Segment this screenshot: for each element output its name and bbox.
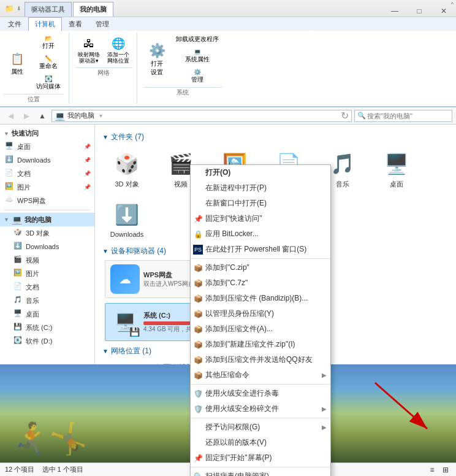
menu-restore-prev[interactable]: 还原以前的版本(V) bbox=[191, 435, 330, 450]
ribbon-btn-sys-props[interactable]: 💻 系统属性 bbox=[173, 47, 222, 66]
up-button[interactable]: ▲ bbox=[36, 109, 49, 123]
menu-open[interactable]: 打开(O) bbox=[191, 165, 330, 180]
menu-pin-start[interactable]: 📌 固定到"开始"屏幕(P) bbox=[191, 450, 330, 466]
sidebar-item-docs-label: 文档 bbox=[17, 169, 31, 178]
sidebar-item-downloads[interactable]: ⬇️ Downloads 📌 bbox=[0, 153, 94, 167]
ribbon-network-buttons: 🖧 映射网络驱动器▾ 🌐 添加一个网络位置 bbox=[75, 33, 132, 66]
sidebar-item-video[interactable]: 🎬 视频 bbox=[0, 253, 94, 267]
refresh-icon[interactable]: ↻ bbox=[341, 110, 349, 121]
menu-grant-label: 授予访问权限(G) bbox=[205, 422, 260, 432]
sidebar-item-3dobjects[interactable]: 🎲 3D 对象 bbox=[0, 226, 94, 240]
menu-grant-access[interactable]: 授予访问权限(G) ▶ bbox=[191, 420, 330, 435]
c-drive-name: 系统 (C:) bbox=[143, 311, 197, 320]
folders-section-header[interactable]: ▼ 文件夹 (7) bbox=[102, 129, 449, 144]
sidebar-item-desktop[interactable]: 🖥️ 桌面 📌 bbox=[0, 140, 94, 153]
manage-label: 管理 bbox=[191, 75, 203, 84]
pin-left-icon: 📌 bbox=[193, 214, 203, 224]
zip-icon4: 📦 bbox=[193, 309, 203, 319]
ribbon-btn-map-drive[interactable]: 🖧 映射网络驱动器▾ bbox=[75, 33, 102, 66]
sidebar-item-pics[interactable]: 🖼️ 图片 bbox=[0, 267, 94, 280]
pin-icon-pictures[interactable]: 📌 bbox=[84, 184, 91, 190]
menu-add-new-zip[interactable]: 📦 添加到"新建压缩文件.zip"(I) bbox=[191, 337, 330, 352]
ribbon-btn-open[interactable]: 📂 打开 bbox=[33, 33, 64, 52]
menu-shred[interactable]: 🛡️ 使用火绒安全粉碎文件 ▶ bbox=[191, 401, 330, 416]
sep2 bbox=[191, 384, 330, 385]
menu-pin-quick[interactable]: 📌 固定到"快速访问" bbox=[191, 211, 330, 226]
address-path: 我的电脑 bbox=[67, 111, 94, 120]
menu-add-czip[interactable]: 📦 添加到"C.zip" bbox=[191, 260, 330, 275]
folder-downloads[interactable]: ⬇️ Downloads bbox=[102, 197, 151, 241]
folder-desktop-icon: 🖥️ bbox=[382, 149, 411, 178]
menu-add-qq[interactable]: 📦 添加到压缩文件并发送给QQ好友 bbox=[191, 352, 330, 367]
view-large-btn[interactable]: ⊞ bbox=[440, 464, 451, 475]
pin-icon-downloads[interactable]: 📌 bbox=[84, 157, 91, 163]
menu-add-archive[interactable]: 📦 添加到压缩文件(A)... bbox=[191, 321, 330, 337]
menu-scan-pcmgr[interactable]: 🔍 扫描病毒(电脑管家) bbox=[191, 469, 330, 476]
tab-my-computer[interactable]: 我的电脑 bbox=[73, 2, 113, 17]
pin-button[interactable]: ^ bbox=[449, 0, 456, 9]
ribbon-tab-view[interactable]: 查看 bbox=[62, 17, 89, 31]
sidebar-item-wps[interactable]: ☁️ WPS网盘 bbox=[0, 194, 94, 207]
ribbon-tab-computer[interactable]: 计算机 bbox=[28, 17, 62, 31]
menu-add-bandizip[interactable]: 📦 添加到压缩文件 (Bandizip)(B)... bbox=[191, 291, 330, 306]
sidebar-video-label: 视频 bbox=[26, 256, 39, 265]
sidebar-item-c-drive[interactable]: 💾 系统 (C:) bbox=[0, 321, 94, 334]
pin-icon-docs[interactable]: 📌 bbox=[84, 171, 91, 177]
menu-open-new-win[interactable]: 在新窗口中打开(E) bbox=[191, 196, 330, 211]
folder-icon: 📁 bbox=[5, 4, 14, 13]
title-bar: 📁 ⬇ 驱动器工具 我的电脑 ^ — □ ✕ bbox=[0, 0, 456, 17]
sep4 bbox=[191, 467, 330, 467]
sidebar-thispc-header[interactable]: ▼ 💻 我的电脑 bbox=[0, 213, 94, 226]
ribbon-btn-manage[interactable]: ⚙️ 管理 bbox=[173, 67, 222, 86]
maximize-button[interactable]: □ bbox=[407, 5, 431, 17]
menu-pcmgr-label: 扫描病毒(电脑管家) bbox=[205, 471, 269, 476]
minimize-button[interactable]: — bbox=[382, 5, 407, 17]
sidebar-quick-access-header[interactable]: ▼ 快速访问 bbox=[0, 127, 94, 140]
ribbon-btn-properties[interactable]: 📋 属性 bbox=[4, 48, 31, 78]
back-button[interactable]: ◀ bbox=[4, 109, 17, 123]
menu-scan-virus[interactable]: 🛡️ 使用火绒安全进行杀毒 bbox=[191, 386, 330, 401]
sidebar-item-music[interactable]: 🎵 音乐 bbox=[0, 294, 94, 307]
folder-3dobjects[interactable]: 🎲 3D 对象 bbox=[102, 146, 151, 192]
sidebar-item-pictures[interactable]: 🖼️ 图片 📌 bbox=[0, 180, 94, 194]
thispc-label: 我的电脑 bbox=[25, 215, 51, 225]
pin-icon-desktop[interactable]: 📌 bbox=[84, 144, 91, 150]
folder-desktop[interactable]: 🖥️ 桌面 bbox=[372, 146, 421, 192]
ribbon-btn-add-network[interactable]: 🌐 添加一个网络位置 bbox=[105, 33, 132, 66]
menu-open-new-proc[interactable]: 在新进程中打开(P) bbox=[191, 180, 330, 196]
ribbon-btn-access-media[interactable]: 💽 访问媒体 bbox=[33, 74, 64, 93]
menu-compress-admin[interactable]: 📦 以管理员身份压缩(Y) bbox=[191, 306, 330, 321]
map-drive-icon: 🖧 bbox=[80, 35, 97, 52]
sidebar-item-downloads-label: Downloads bbox=[17, 156, 50, 164]
ribbon-btn-settings[interactable]: ⚙️ 打开设置 bbox=[143, 40, 170, 79]
forward-button[interactable]: ▶ bbox=[20, 109, 33, 123]
menu-bitlocker[interactable]: 🔒 应用 BitLocker... bbox=[191, 226, 330, 242]
sidebar-item-docs[interactable]: 📄 文档 📌 bbox=[0, 167, 94, 180]
ribbon-btn-rename[interactable]: ✏️ 重命名 bbox=[33, 53, 64, 72]
tab-driver-tools[interactable]: 驱动器工具 bbox=[25, 2, 72, 17]
sidebar-item-dl[interactable]: ⬇️ Downloads bbox=[0, 240, 94, 253]
ribbon-tab-manage[interactable]: 管理 bbox=[89, 17, 116, 31]
ribbon-btn-uninstall[interactable]: 卸载或更改程序 bbox=[173, 33, 222, 45]
sidebar-item-d-drive[interactable]: 💽 软件 (D:) bbox=[0, 334, 94, 348]
folder-music-icon: 🎵 bbox=[328, 149, 357, 178]
menu-powershell[interactable]: PS 在此处打开 Powershell 窗口(S) bbox=[191, 242, 330, 257]
uninstall-label: 卸载或更改程序 bbox=[176, 35, 219, 44]
sidebar-item-desktop2[interactable]: 🖥️ 桌面 bbox=[0, 307, 94, 321]
view-details-btn[interactable]: ≡ bbox=[427, 464, 438, 475]
menu-restore-label: 还原以前的版本(V) bbox=[205, 437, 267, 448]
sidebar-item-docs2[interactable]: 📄 文档 bbox=[0, 280, 94, 294]
ribbon-content: 📋 属性 📂 打开 ✏️ 重命名 💽 访问媒体 bbox=[0, 31, 456, 107]
address-input[interactable]: 💻 我的电脑 ▾ ↻ bbox=[51, 110, 352, 122]
folders-section-label: 文件夹 (7) bbox=[111, 132, 144, 142]
devices-chevron: ▼ bbox=[102, 248, 108, 255]
menu-other-compress[interactable]: 📦 其他压缩命令 ▶ bbox=[191, 367, 330, 383]
folders-chevron: ▼ bbox=[102, 134, 108, 140]
menu-add-c7z[interactable]: 📦 添加到"C.7z" bbox=[191, 275, 330, 291]
menu-open-new-win-label: 在新窗口中打开(E) bbox=[205, 198, 267, 209]
search-input[interactable] bbox=[367, 112, 449, 120]
ribbon-tab-file[interactable]: 文件 bbox=[1, 17, 28, 31]
menu-pin-label: 固定到"快速访问" bbox=[205, 213, 262, 224]
thispc-expand-icon: ▼ bbox=[4, 217, 9, 223]
address-dropdown-icon[interactable]: ▾ bbox=[99, 112, 102, 119]
